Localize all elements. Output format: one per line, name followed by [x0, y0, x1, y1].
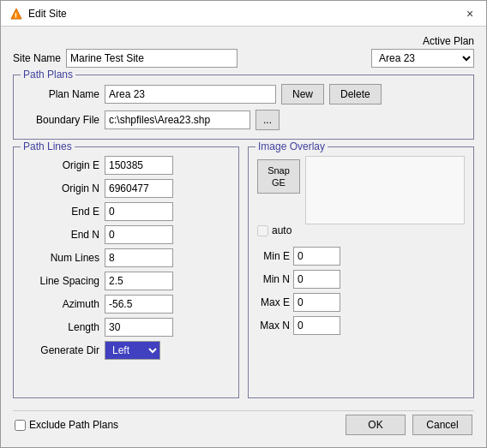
max-n-label: Max N	[257, 320, 290, 332]
auto-row: auto	[257, 224, 465, 236]
boundary-file-input[interactable]	[105, 111, 250, 129]
origin-n-label: Origin N	[22, 182, 99, 194]
min-n-row: Min N	[257, 270, 465, 289]
svg-text:!: !	[15, 11, 17, 20]
min-n-input[interactable]	[293, 270, 340, 289]
image-top: SnapGE	[257, 156, 465, 224]
line-spacing-input[interactable]	[105, 272, 173, 290]
length-row: Length	[22, 318, 230, 337]
active-plan-label: Active Plan	[423, 35, 474, 47]
exclude-checkbox[interactable]	[15, 420, 26, 431]
num-lines-row: Num Lines	[22, 248, 230, 267]
min-n-label: Min N	[257, 273, 290, 285]
active-plan-group: Active Plan Area 23	[371, 35, 474, 68]
end-n-row: End N	[22, 225, 230, 244]
path-plans-inner: Plan Name New Delete Boundary File ...	[22, 84, 465, 130]
overlay-fields: Min E Min N Max E	[257, 247, 465, 335]
image-overlay-label: Image Overlay	[256, 140, 328, 152]
site-name-label: Site Name	[13, 52, 61, 64]
line-spacing-row: Line Spacing	[22, 272, 230, 290]
line-spacing-label: Line Spacing	[22, 275, 99, 287]
generate-dir-row: Generate Dir Left Right	[22, 341, 230, 360]
auto-and-fields: auto Min E Min N	[257, 224, 465, 335]
end-n-label: End N	[22, 229, 99, 241]
min-e-input[interactable]	[293, 247, 340, 266]
edit-site-dialog: ! Edit Site × Site Name Active Plan Area…	[0, 0, 487, 448]
max-e-input[interactable]	[293, 293, 340, 312]
path-lines-inner: Origin E Origin N End E End N	[22, 156, 230, 360]
path-plans-group: Path Plans Plan Name New Delete Boundary…	[13, 75, 474, 140]
ok-cancel-group: OK Cancel	[346, 415, 472, 435]
end-e-label: End E	[22, 206, 99, 218]
auto-label: auto	[272, 224, 292, 236]
dialog-icon: !	[9, 7, 23, 21]
num-lines-label: Num Lines	[22, 252, 99, 264]
boundary-file-row: Boundary File ...	[22, 110, 465, 130]
ok-button[interactable]: OK	[346, 415, 406, 435]
auto-checkbox[interactable]	[257, 225, 268, 236]
snap-ge-button[interactable]: SnapGE	[257, 159, 300, 194]
num-lines-input[interactable]	[105, 248, 173, 267]
max-e-row: Max E	[257, 293, 465, 312]
path-lines-label: Path Lines	[21, 140, 75, 152]
path-lines-group: Path Lines Origin E Origin N End E	[13, 146, 239, 398]
origin-e-input[interactable]	[105, 156, 173, 175]
dialog-content: Site Name Active Plan Area 23 Path Plans…	[1, 27, 486, 447]
max-n-row: Max N	[257, 316, 465, 335]
length-label: Length	[22, 321, 99, 333]
active-plan-select[interactable]: Area 23	[371, 49, 474, 68]
generate-dir-select[interactable]: Left Right	[105, 341, 160, 360]
delete-button[interactable]: Delete	[329, 84, 382, 105]
origin-e-label: Origin E	[22, 159, 99, 171]
path-plans-label: Path Plans	[21, 69, 75, 81]
new-button[interactable]: New	[281, 84, 324, 105]
length-input[interactable]	[105, 318, 173, 337]
plan-name-label: Plan Name	[22, 88, 99, 100]
dialog-title: Edit Site	[28, 8, 67, 20]
max-n-input[interactable]	[293, 316, 340, 335]
image-preview-area	[305, 156, 465, 224]
close-button[interactable]: ×	[462, 6, 478, 21]
plan-name-input[interactable]	[105, 85, 276, 104]
image-overlay-content: SnapGE auto Min E	[257, 152, 465, 335]
azimuth-input[interactable]	[105, 295, 173, 314]
origin-e-row: Origin E	[22, 156, 230, 175]
azimuth-row: Azimuth	[22, 295, 230, 314]
origin-n-row: Origin N	[22, 179, 230, 198]
cancel-button[interactable]: Cancel	[412, 415, 472, 435]
site-name-group: Site Name	[13, 49, 237, 68]
boundary-file-label: Boundary File	[22, 114, 99, 126]
end-e-row: End E	[22, 202, 230, 221]
image-overlay-group: Image Overlay SnapGE auto Min E	[248, 146, 474, 398]
min-e-row: Min E	[257, 247, 465, 266]
site-name-input[interactable]	[66, 49, 237, 68]
plan-name-row: Plan Name New Delete	[22, 84, 465, 105]
generate-dir-label: Generate Dir	[22, 344, 99, 356]
end-e-input[interactable]	[105, 202, 173, 221]
top-row: Site Name Active Plan Area 23	[13, 35, 474, 68]
exclude-label: Exclude Path Plans	[29, 419, 118, 431]
origin-n-input[interactable]	[105, 179, 173, 198]
exclude-group: Exclude Path Plans	[15, 419, 118, 431]
end-n-input[interactable]	[105, 225, 173, 244]
title-bar: ! Edit Site ×	[1, 1, 486, 27]
lower-panels: Path Lines Origin E Origin N End E	[13, 146, 474, 398]
min-e-label: Min E	[257, 250, 290, 262]
max-e-label: Max E	[257, 296, 290, 308]
footer-row: Exclude Path Plans OK Cancel	[13, 410, 474, 439]
azimuth-label: Azimuth	[22, 298, 99, 310]
browse-button[interactable]: ...	[256, 110, 280, 130]
